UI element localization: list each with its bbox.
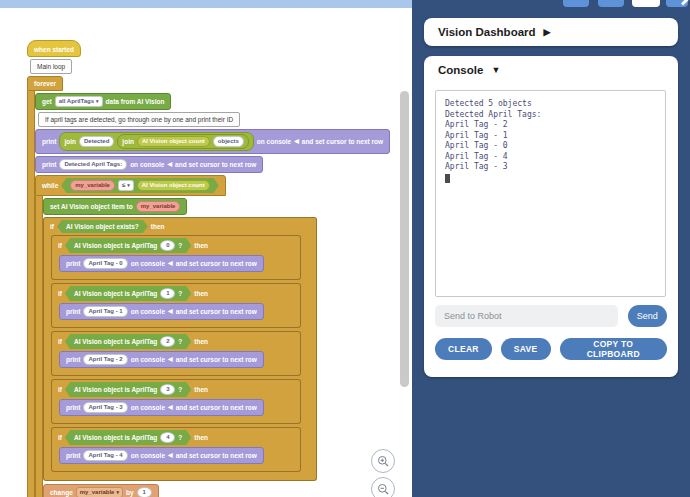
console-line: April Tag - 2	[445, 120, 665, 131]
chevron-down-icon: ▾	[127, 181, 130, 190]
block-canvas: when startedMain loopforevergetall April…	[27, 40, 390, 497]
value-input[interactable]: 3	[160, 384, 175, 395]
speaker-icon: ◀	[168, 307, 173, 316]
block-label: AI Vision object is AprilTag	[74, 433, 157, 442]
block-label: AI Vision object is AprilTag	[74, 385, 157, 394]
value-input[interactable]: April Tag - 3	[83, 402, 127, 413]
vision-dashboard-card[interactable]: Vision Dashboard ▶	[424, 18, 678, 46]
dropdown-label: my_variable	[80, 488, 115, 497]
block-label: change	[50, 488, 73, 497]
console-line: Detected April Tags:	[445, 110, 665, 121]
condition-hex[interactable]: AI Vision object is AprilTag3?	[65, 382, 191, 397]
if-object-exists[interactable]: ifAI Vision object exists?thenifAI Visio…	[43, 217, 317, 481]
value-input[interactable]: 1	[160, 288, 175, 299]
block-label: ?	[178, 385, 182, 394]
if-apriltag-2-children: printApril Tag - 2on console◀and set cur…	[59, 351, 288, 370]
join-block[interactable]: joinDetectedjoinAI Vision object countob…	[59, 132, 253, 151]
dropdown[interactable]: all AprilTags▾	[55, 96, 103, 107]
value-input[interactable]: my_variable	[136, 201, 181, 212]
block-workspace[interactable]: when startedMain loopforevergetall April…	[0, 8, 412, 497]
block-label: set AI Vision object item to	[50, 202, 133, 211]
condition-hex[interactable]: AI Vision object is AprilTag0?	[65, 238, 191, 253]
dashboard-panel: Vision Dashboard ▶ Console ▼ Detected 5 …	[412, 0, 690, 497]
print-detected-april-tags[interactable]: printDetected April Tags:on console◀and …	[35, 156, 263, 173]
block-label: on console	[130, 160, 164, 169]
condition-hex[interactable]: my_variable≤▾AI Vision object count	[61, 178, 218, 193]
while-loop[interactable]: whilemy_variable≤▾AI Vision object count…	[35, 175, 317, 497]
if-apriltag-0[interactable]: ifAI Vision object is AprilTag0?thenprin…	[51, 235, 301, 280]
if-apriltag-3-head: ifAI Vision object is AprilTag3?then	[52, 380, 300, 399]
copy-to-clipboard-button[interactable]: COPY TO CLIPBOARD	[560, 338, 668, 360]
condition-hex[interactable]: AI Vision object is AprilTag2?	[65, 334, 191, 349]
toolbar-button-1[interactable]	[563, 0, 589, 7]
comment-main-loop[interactable]: Main loop	[30, 59, 72, 74]
join-block[interactable]: joinAI Vision object countobjects	[117, 134, 248, 149]
condition-hex[interactable]: AI Vision object is AprilTag1?	[65, 286, 191, 301]
value-input[interactable]: my_variable	[70, 180, 115, 191]
change-my-variable[interactable]: changemy_variable▾by1	[43, 484, 159, 497]
collapse-arrow-icon[interactable]: ▼	[491, 65, 500, 75]
block-label: print	[66, 403, 80, 412]
vertical-scrollbar[interactable]	[400, 91, 409, 387]
value-input[interactable]: April Tag - 0	[83, 258, 127, 269]
condition-hex[interactable]: AI Vision object exists?	[57, 220, 148, 233]
value-input[interactable]: April Tag - 1	[83, 306, 127, 317]
forever-loop[interactable]: forevergetall AprilTags▾data from AI Vis…	[27, 76, 390, 497]
comment-april-tags[interactable]: If april tags are detected, go through o…	[38, 112, 240, 127]
zoom-out-button[interactable]	[371, 477, 395, 497]
forever-loop-body: getall AprilTags▾data from AI VisionIf a…	[27, 91, 390, 497]
while-loop-body: set AI Vision object item tomy_variablei…	[35, 196, 317, 497]
block-label: if	[50, 222, 54, 231]
value-input[interactable]: 0	[160, 240, 175, 251]
toolbar-button-2[interactable]	[598, 0, 624, 7]
expand-arrow-icon[interactable]: ▶	[544, 27, 551, 37]
send-button[interactable]: Send	[628, 305, 667, 327]
print-apriltag-2[interactable]: printApril Tag - 2on console◀and set cur…	[59, 351, 264, 368]
toolbar-button-3[interactable]	[632, 0, 660, 7]
if-apriltag-4-children: printApril Tag - 4on console◀and set cur…	[59, 447, 288, 466]
speaker-icon: ◀	[167, 160, 172, 169]
while-loop-spine	[35, 196, 43, 497]
block-label: and set cursor to next row	[176, 307, 257, 316]
while-loop-head[interactable]: whilemy_variable≤▾AI Vision object count	[35, 175, 226, 196]
value-input[interactable]: 1	[137, 487, 152, 497]
forever-loop-head[interactable]: forever	[27, 76, 63, 91]
chevron-down-icon: ▾	[116, 488, 119, 497]
value-input[interactable]: objects	[213, 136, 244, 147]
if-apriltag-3[interactable]: ifAI Vision object is AprilTag3?thenprin…	[51, 379, 301, 424]
if-apriltag-1[interactable]: ifAI Vision object is AprilTag1?thenprin…	[51, 283, 301, 328]
when-started[interactable]: when started	[27, 40, 81, 57]
value-input[interactable]: April Tag - 2	[83, 354, 127, 365]
condition-hex[interactable]: AI Vision object is AprilTag4?	[65, 430, 191, 445]
print-object-count[interactable]: printjoinDetectedjoinAI Vision object co…	[35, 129, 390, 154]
value-input[interactable]: Detected April Tags:	[59, 159, 127, 170]
block-label: on console	[131, 259, 165, 268]
vision-dashboard-title: Vision Dashboard	[438, 26, 536, 38]
zoom-in-button[interactable]	[371, 449, 395, 473]
get-apriltags-block[interactable]: getall AprilTags▾data from AI Vision	[35, 93, 171, 110]
set-vision-object-item[interactable]: set AI Vision object item tomy_variable	[43, 198, 187, 215]
block-label: forever	[34, 79, 56, 88]
save-button[interactable]: SAVE	[501, 338, 551, 360]
if-apriltag-4[interactable]: ifAI Vision object is AprilTag4?thenprin…	[51, 427, 301, 472]
value-input[interactable]: AI Vision object count	[137, 180, 210, 191]
if-apriltag-1-head: ifAI Vision object is AprilTag1?then	[52, 284, 300, 303]
value-input[interactable]: 2	[160, 336, 175, 347]
dropdown[interactable]: my_variable▾	[76, 487, 123, 497]
block-label: print	[66, 355, 80, 364]
dropdown[interactable]: ≤▾	[118, 180, 134, 191]
print-apriltag-4[interactable]: printApril Tag - 4on console◀and set cur…	[59, 447, 264, 464]
send-to-robot-input[interactable]	[435, 305, 618, 327]
clear-button[interactable]: CLEAR	[435, 338, 492, 360]
value-input[interactable]: AI Vision object count	[137, 136, 210, 147]
if-apriltag-2[interactable]: ifAI Vision object is AprilTag2?thenprin…	[51, 331, 301, 376]
value-input[interactable]: April Tag - 4	[83, 450, 127, 461]
print-apriltag-1[interactable]: printApril Tag - 1on console◀and set cur…	[59, 303, 264, 320]
console-output[interactable]: Detected 5 objectsDetected April Tags:Ap…	[435, 90, 666, 297]
block-label: get	[42, 97, 52, 106]
value-input[interactable]: Detected	[79, 136, 114, 147]
print-apriltag-0[interactable]: printApril Tag - 0on console◀and set cur…	[59, 255, 264, 272]
print-apriltag-3[interactable]: printApril Tag - 3on console◀and set cur…	[59, 399, 264, 416]
value-input[interactable]: 4	[160, 432, 175, 443]
block-label: data from AI Vision	[106, 97, 165, 106]
